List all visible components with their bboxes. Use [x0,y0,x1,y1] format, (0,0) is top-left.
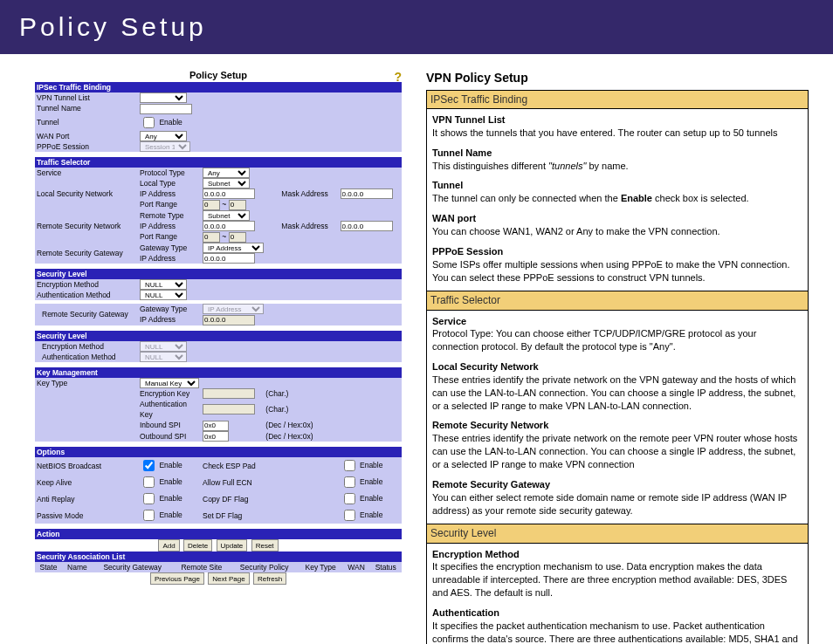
tunnel-enable-checkbox[interactable] [143,117,155,128]
section-traffic-selector: Traffic Selector [35,157,402,168]
add-button[interactable] [158,539,179,552]
sa-col-policy: Security Policy [231,562,299,572]
lbl-anti-replay: Anti Replay [35,490,138,507]
section-security-level2: Security Level [35,331,402,341]
lbl-pppoe-session: PPPoE Session [35,141,138,152]
tunnel-name-input[interactable] [140,104,192,114]
form-title: Policy Setup [189,70,247,80]
wan-port-select[interactable]: Any [140,131,187,141]
remote-port-from [203,232,220,243]
doc-column: VPN Policy Setup IPSec Traffic Binding V… [426,70,809,644]
doc-t-pppoe: PPPoE Session [432,246,503,257]
doc-t-rsg: Remote Security Gateway [432,479,550,490]
vpn-tunnel-list-select[interactable] [140,92,187,103]
doc-b-vpn-tunnel-list: It shows the tunnels that you have enter… [432,127,777,138]
sa-col-remote: Remote Site [173,562,231,572]
protocol-type-select[interactable]: Any [203,168,250,178]
sublbl-mask2: Mask Address [264,221,338,232]
refresh-button[interactable] [253,572,286,585]
help-icon[interactable]: ? [394,70,402,84]
next-page-button[interactable] [208,572,249,585]
doc-t-lsn: Local Security Network [432,361,539,372]
doc-b-wan: You can choose WAN1, WAN2 or Any to make… [432,226,720,236]
doc-b-auth: It specifies the packet authentication m… [432,620,798,644]
lbl-remote-sec-net: Remote Security Network [35,221,138,232]
inbound-spi-input[interactable] [203,421,229,431]
sublbl-ip-address3: IP Address [138,253,201,264]
remote-mask-input[interactable] [341,221,393,231]
doc-h-sec: Security Level [427,524,808,543]
lbl-enable: Enable [159,117,182,126]
copy-df-checkbox[interactable] [344,493,355,504]
doc-b-rsn: These entries identify the private netwo… [432,433,797,469]
encryption-method-select2: NULL [140,341,187,352]
doc-h-traffic: Traffic Selector [427,291,808,310]
set-df-checkbox[interactable] [344,510,355,521]
netbios-checkbox[interactable] [143,460,155,471]
sublbl-remote-type: Remote Type [138,210,201,221]
gateway-ip-input2 [203,315,255,325]
local-ip-input[interactable] [203,188,255,199]
update-button[interactable] [217,539,248,552]
sublbl-ip-address4: IP Address [138,314,201,325]
sa-col-gw: Security Gateway [93,562,173,572]
doc-t-tunnel-name: Tunnel Name [432,147,492,158]
sublbl-port-range1: Port Range [138,199,201,210]
lbl-auth-method2: Authentication Method [35,352,138,362]
remote-port-to [229,232,246,243]
section-action: Action [35,529,402,539]
reset-button[interactable] [251,539,279,552]
lbl-char2: (Char.) [264,399,402,420]
lbl-keep-alive: Keep Alive [35,474,138,490]
section-key-mgmt: Key Management [35,367,402,378]
lbl-remote-sec-gw: Remote Security Gateway [35,243,138,264]
sa-col-key: Key Type [299,562,343,572]
page-title: Policy Setup [0,0,833,54]
local-mask-input[interactable] [341,188,393,199]
lbl-tunnel-name: Tunnel Name [35,103,138,114]
lbl-service: Service [35,168,138,178]
lbl-dechex2: (Dec / Hex:0x) [264,431,402,442]
doc-b-lsn: These entries identify the private netwo… [432,374,795,411]
lbl-wan-port: WAN Port [35,131,138,141]
lbl-dechex1: (Dec / Hex:0x) [264,420,402,431]
page-body: Policy Setup ? IPSec Traffic Binding VPN… [0,54,833,644]
sublbl-gw-type: Gateway Type [138,243,201,253]
lbl-allow-ecn: Allow Full ECN [201,474,339,490]
doc-t-rsn: Remote Security Network [432,420,548,430]
doc-t-enc: Encryption Method [432,549,520,559]
section-ipsec-binding: IPSec Traffic Binding [35,82,402,92]
key-type-select[interactable]: Manual Key [140,378,199,388]
router-form-image: Policy Setup ? IPSec Traffic Binding VPN… [35,70,402,644]
prev-page-button[interactable] [150,572,204,585]
local-type-select[interactable]: Subnet [203,178,250,188]
sublbl-inbound-spi: Inbound SPI [138,420,201,431]
gateway-ip-input[interactable] [203,253,255,264]
anti-replay-checkbox[interactable] [143,493,155,504]
remote-type-select[interactable]: Subnet [203,210,250,221]
lbl-copy-df: Copy DF Flag [201,490,339,507]
auth-key-input [203,404,255,414]
encryption-key-input [203,388,255,399]
sublbl-local-type: Local Type [138,178,201,188]
remote-ip-input[interactable] [203,221,255,231]
gateway-type-select[interactable]: IP Address [203,243,264,253]
lbl-passive-mode: Passive Mode [35,507,138,524]
lbl-enc-method2: Encryption Method [35,341,138,352]
lbl-check-esp: Check ESP Pad [201,457,339,474]
keep-alive-checkbox[interactable] [143,476,155,488]
sa-col-name: Name [62,562,93,572]
sa-col-state: State [35,562,62,572]
doc-t-vpn-tunnel-list: VPN Tunnel List [432,114,506,125]
delete-button[interactable] [183,539,212,552]
lbl-char1: (Char.) [264,388,402,400]
doc-t-auth: Authentication [432,607,499,618]
allow-ecn-checkbox[interactable] [344,476,355,488]
check-esp-checkbox[interactable] [344,460,355,471]
outbound-spi-input[interactable] [203,431,229,442]
lbl-enc-method: Encryption Method [35,279,138,290]
auth-method-select[interactable]: NULL [140,290,187,300]
encryption-method-select[interactable]: NULL [140,279,187,290]
passive-mode-checkbox[interactable] [143,510,155,521]
doc-title: VPN Policy Setup [426,70,809,86]
